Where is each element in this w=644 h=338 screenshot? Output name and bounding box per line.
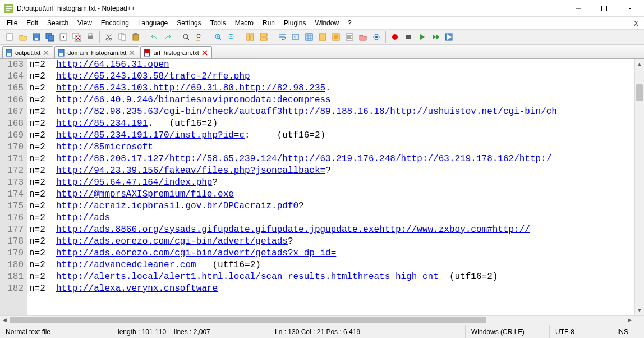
menu-encoding[interactable]: Encoding	[96, 18, 134, 28]
code-line[interactable]: n=2 http://alerts.local/alert1.html.loca…	[27, 271, 634, 283]
code-line[interactable]: n=2 http://ads.eorezo.com/cgi-bin/advert…	[27, 248, 634, 259]
horizontal-scroll-thumb[interactable]	[10, 317, 486, 323]
open-icon[interactable]	[17, 31, 29, 43]
maximize-button[interactable]	[591, 0, 617, 17]
code-line[interactable]: n=2 http://alexa.verynx.cnsoftware	[27, 283, 634, 295]
line-url[interactable]: http://@mmprsAXISpremium/file.exe	[56, 189, 234, 199]
stop-icon[interactable]	[402, 31, 415, 43]
undo-icon[interactable]	[148, 31, 160, 43]
zoom-in-icon[interactable]	[212, 31, 224, 43]
code-line[interactable]: n=2 http://64.156.31.open	[27, 59, 634, 71]
sync-v-icon[interactable]	[244, 31, 256, 43]
show-all-icon[interactable]: ¶	[289, 31, 302, 43]
tab-url_histogram-txt[interactable]: url_histogram.txt	[140, 46, 211, 58]
line-url[interactable]: http://65.243.103.http://69.31.80.http:/…	[56, 83, 325, 93]
redo-icon[interactable]	[162, 31, 174, 43]
zoom-out-icon[interactable]	[226, 31, 238, 43]
line-url[interactable]: http://alerts.local/alert1.html.local/sc…	[56, 272, 439, 282]
code-line[interactable]: n=2 http://ads	[27, 212, 634, 224]
tab-output-txt[interactable]: output.txt	[2, 46, 53, 58]
save-all-icon[interactable]	[44, 31, 56, 43]
new-icon[interactable]	[3, 31, 16, 43]
save-icon[interactable]	[30, 31, 43, 43]
menu-window[interactable]: Window	[310, 18, 343, 28]
line-url[interactable]: http://85.234.191.170/inst.php?id=c	[56, 130, 245, 140]
tab-close-icon[interactable]	[43, 49, 49, 56]
code-line[interactable]: n=2 http://@mmprsAXISpremium/file.exe	[27, 189, 634, 200]
horizontal-scrollbar[interactable]: ◀ ▶	[0, 315, 644, 325]
menu-plugins[interactable]: Plugins	[279, 18, 310, 28]
tab-domain_histogram-txt[interactable]: domain_histogram.txt	[54, 46, 139, 58]
menu-edit[interactable]: Edit	[22, 18, 43, 28]
code-line[interactable]: n=2 http://95.64.47.164/index.php?	[27, 177, 634, 189]
vertical-scrollbar[interactable]: ▲ ▼	[634, 59, 644, 315]
menubar-close-x[interactable]: X	[634, 19, 642, 28]
doc-map-icon[interactable]	[330, 31, 342, 43]
line-url[interactable]: http://65.243.103.58/trafc-2/rfe.php	[56, 71, 250, 81]
code-line[interactable]: n=2 http://acraiz.icpbrasil.gov.br/DPCac…	[27, 200, 634, 212]
monitor-icon[interactable]	[370, 31, 383, 43]
minimize-button[interactable]	[565, 0, 591, 17]
line-url[interactable]: http://ads.eorezo.com/cgi-bin/advert/get…	[56, 236, 288, 246]
close-all-icon[interactable]	[71, 31, 83, 43]
code-line[interactable]: n=2 http://85microsoft	[27, 141, 634, 153]
scroll-left-arrow[interactable]: ◀	[0, 316, 10, 325]
find-icon[interactable]	[180, 31, 192, 43]
menu-search[interactable]: Search	[43, 18, 73, 28]
line-url[interactable]: http://95.64.47.164/index.php	[56, 177, 212, 188]
horizontal-scroll-track[interactable]	[10, 316, 625, 325]
copy-icon[interactable]	[116, 31, 128, 43]
code-area[interactable]: n=2 http://64.156.31.openn=2 http://65.2…	[27, 59, 634, 315]
line-url[interactable]: http://94.23.39.156/fakeav/files.php?jso…	[56, 166, 325, 176]
cut-icon[interactable]	[103, 31, 115, 43]
line-url[interactable]: http://85microsoft	[56, 142, 153, 152]
replace-icon[interactable]	[194, 31, 206, 43]
menu-language[interactable]: Language	[134, 18, 172, 28]
scroll-up-arrow[interactable]: ▲	[635, 59, 644, 68]
line-url[interactable]: http://ads.eorezo.com/cgi-bin/advert/get…	[56, 248, 336, 258]
folder-icon[interactable]	[357, 31, 369, 43]
menu-file[interactable]: File	[2, 18, 22, 28]
vertical-scroll-thumb[interactable]	[636, 84, 643, 101]
tab-close-icon[interactable]	[201, 49, 208, 56]
menu-settings[interactable]: Settings	[172, 18, 205, 28]
line-url[interactable]: http://85.234.191	[56, 118, 148, 129]
line-url[interactable]: http://acraiz.icpbrasil.gov.br/DPCacraiz…	[56, 201, 298, 211]
menu-view[interactable]: View	[73, 18, 96, 28]
code-line[interactable]: n=2 http://82.98.235.63/cgi-bin/check/au…	[27, 106, 634, 118]
play-multi-icon[interactable]	[429, 31, 441, 43]
close-icon[interactable]	[57, 31, 70, 43]
record-icon[interactable]	[389, 31, 401, 43]
code-line[interactable]: n=2 http://85.234.191. (utf16=2)	[27, 118, 634, 130]
code-line[interactable]: n=2 http://66.40.9.246/binariesnavipromo…	[27, 94, 634, 106]
line-url[interactable]: http://64.156.31.open	[56, 60, 169, 70]
scroll-right-arrow[interactable]: ▶	[625, 316, 634, 325]
code-line[interactable]: n=2 http://ads.8866.org/sysads.gifupdate…	[27, 224, 634, 236]
sync-h-icon[interactable]	[257, 31, 270, 43]
line-url[interactable]: http://82.98.235.63/cgi-bin/check/autoaf…	[56, 107, 557, 117]
line-url[interactable]: http://ads.8866.org/sysads.gifupdate.gif…	[56, 225, 530, 235]
code-line[interactable]: n=2 http://85.234.191.170/inst.php?id=c:…	[27, 130, 634, 141]
code-line[interactable]: n=2 http://65.243.103.58/trafc-2/rfe.php	[27, 71, 634, 83]
menu-tools[interactable]: Tools	[206, 18, 231, 28]
code-line[interactable]: n=2 http://88.208.17.127/http://58.65.23…	[27, 153, 634, 165]
play-icon[interactable]	[416, 31, 428, 43]
tab-close-icon[interactable]	[128, 49, 135, 56]
code-line[interactable]: n=2 http://65.243.103.http://69.31.80.ht…	[27, 83, 634, 94]
print-icon[interactable]	[84, 31, 96, 43]
line-url[interactable]: http://ads	[56, 213, 110, 223]
paste-icon[interactable]	[130, 31, 142, 43]
code-line[interactable]: n=2 http://94.23.39.156/fakeav/files.php…	[27, 165, 634, 177]
udl-icon[interactable]	[316, 31, 329, 43]
menu-macro[interactable]: Macro	[231, 18, 258, 28]
indent-guide-icon[interactable]	[303, 31, 315, 43]
code-line[interactable]: n=2 http://ads.eorezo.com/cgi-bin/advert…	[27, 236, 634, 248]
code-line[interactable]: n=2 http://advancedcleaner.com (utf16=2)	[27, 259, 634, 271]
menu-help[interactable]: ?	[343, 18, 356, 28]
line-url[interactable]: http://advancedcleaner.com	[56, 260, 196, 270]
line-url[interactable]: http://88.208.17.127/http://58.65.239.12…	[56, 154, 551, 164]
line-url[interactable]: http://alexa.verynx.cnsoftware	[56, 284, 218, 294]
scroll-down-arrow[interactable]: ▼	[635, 305, 644, 315]
line-url[interactable]: http://66.40.9.246/binariesnavipromodata…	[56, 95, 331, 105]
save-macro-icon[interactable]	[443, 31, 455, 43]
